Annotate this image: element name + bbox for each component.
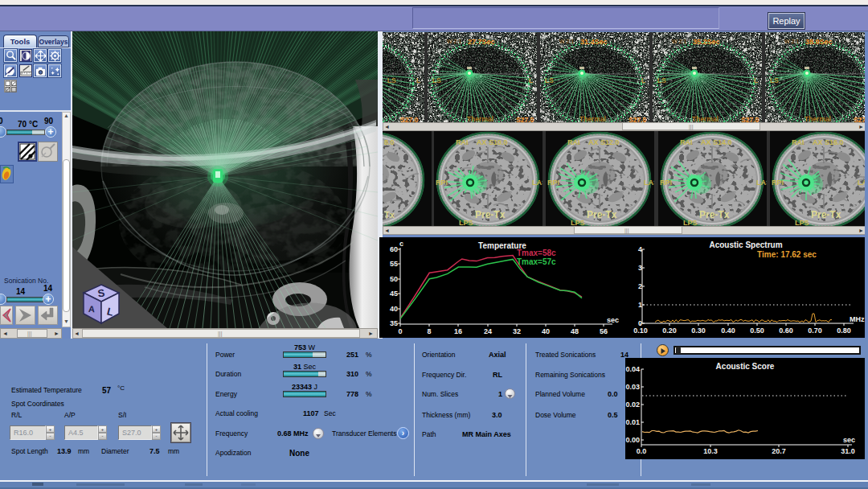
svg-text:45: 45	[390, 290, 398, 298]
svg-text:AX S10.0: AX S10.0	[477, 138, 508, 146]
svg-text:Acoustic Score: Acoustic Score	[716, 362, 775, 371]
svg-text:AX S14.0: AX S14.0	[701, 138, 732, 146]
svg-text:W 2:1: W 2:1	[447, 39, 461, 44]
svg-text:LS: LS	[657, 76, 666, 84]
svg-text:W 2:1: W 2:1	[559, 39, 574, 44]
svg-text:Pre-Tx: Pre-Tx	[587, 209, 617, 220]
svg-text:W 2:1: W 2:1	[672, 39, 686, 44]
svg-text:LS: LS	[432, 76, 441, 84]
svg-text:Pre-Tx: Pre-Tx	[475, 209, 506, 220]
svg-text:AX S12.0: AX S12.0	[588, 138, 620, 146]
svg-text:0.60: 0.60	[779, 327, 793, 335]
svg-text:0.20: 0.20	[662, 327, 677, 335]
svg-text:0: 0	[398, 327, 402, 335]
svg-text:sec: sec	[607, 316, 619, 324]
svg-text:8: 8	[427, 327, 431, 335]
svg-text:S27.0: S27.0	[400, 116, 418, 122]
svg-text:W 2:1: W 2:1	[784, 39, 799, 44]
svg-text:RAI: RAI	[567, 138, 580, 146]
svg-text:40: 40	[390, 305, 398, 313]
svg-text:RAI: RAI	[680, 138, 693, 146]
svg-text:56: 56	[600, 327, 608, 335]
svg-text:Thermal: Thermal	[805, 115, 831, 122]
svg-text:0.70: 0.70	[808, 327, 822, 335]
svg-text:31.0: 31.0	[841, 447, 855, 455]
svg-text:MHz: MHz	[850, 315, 865, 323]
svg-text:4: 4	[638, 245, 642, 253]
svg-text:8.0: 8.0	[384, 138, 395, 146]
svg-text:LS: LS	[545, 76, 554, 84]
svg-text:L: L	[754, 76, 758, 84]
svg-text:c: c	[399, 240, 403, 248]
svg-text:10.3: 10.3	[703, 447, 718, 455]
svg-text:0.04: 0.04	[625, 365, 640, 373]
svg-text:S27.0: S27.0	[628, 116, 646, 122]
svg-text:Time: 17.62 sec: Time: 17.62 sec	[757, 250, 817, 259]
svg-text:LPS: LPS	[795, 219, 809, 226]
svg-text:27.7Sec: 27.7Sec	[468, 38, 495, 46]
svg-text:0.30: 0.30	[691, 327, 706, 335]
svg-text:40: 40	[542, 327, 550, 335]
svg-text:55: 55	[390, 260, 398, 268]
svg-text:Tmax=57c: Tmax=57c	[517, 257, 556, 266]
svg-text:L: L	[641, 76, 645, 84]
svg-text:RPI: RPI	[660, 179, 672, 187]
svg-text:1: 1	[638, 301, 642, 309]
svg-text:Pre-Tx: Pre-Tx	[811, 209, 841, 220]
svg-text:RAI: RAI	[456, 138, 469, 146]
svg-text:32: 32	[513, 327, 521, 335]
svg-text:0.40: 0.40	[721, 327, 735, 335]
svg-text:Acoustic Spectrum: Acoustic Spectrum	[709, 240, 782, 249]
svg-text:S27.0: S27.0	[516, 116, 534, 122]
svg-text:Tmax=58c: Tmax=58c	[517, 249, 556, 257]
svg-text:0.01: 0.01	[625, 418, 640, 426]
svg-text:0.0: 0.0	[637, 447, 647, 455]
svg-text:0.10: 0.10	[633, 327, 648, 335]
svg-text:A: A	[88, 304, 96, 314]
svg-text:RPI: RPI	[547, 179, 559, 187]
svg-text:RPI: RPI	[436, 179, 448, 187]
svg-text:RAI: RAI	[792, 138, 805, 146]
svg-text:LS: LS	[387, 76, 396, 84]
svg-text:sec: sec	[843, 436, 855, 444]
svg-text:L: L	[416, 76, 420, 84]
svg-text:48: 48	[571, 327, 579, 335]
svg-text:0.03: 0.03	[625, 383, 640, 391]
svg-text:Pre-Tx: Pre-Tx	[699, 209, 730, 220]
svg-text:24: 24	[484, 327, 492, 335]
svg-text:16: 16	[454, 327, 462, 335]
svg-text:35: 35	[390, 319, 398, 327]
svg-text:S27.0: S27.0	[741, 116, 759, 122]
svg-text:50: 50	[390, 275, 398, 283]
svg-text:L: L	[529, 76, 533, 84]
svg-text:3: 3	[638, 264, 642, 272]
svg-text:LPS: LPS	[459, 219, 473, 226]
svg-text:Tx: Tx	[384, 210, 395, 220]
svg-text:Thermal: Thermal	[579, 115, 606, 122]
svg-text:60: 60	[390, 245, 398, 253]
svg-text:RPI: RPI	[772, 179, 784, 187]
svg-text:31.4Sec: 31.4Sec	[580, 38, 608, 46]
svg-text:0.80: 0.80	[837, 327, 851, 335]
svg-text:LS: LS	[770, 76, 779, 84]
svg-text:2: 2	[638, 282, 642, 290]
svg-text:0.50: 0.50	[750, 327, 764, 335]
svg-text:LPS: LPS	[571, 219, 585, 226]
svg-text:20.7: 20.7	[772, 447, 786, 455]
svg-text:Thermal: Thermal	[692, 115, 719, 122]
svg-text:35.2Sec: 35.2Sec	[693, 38, 720, 46]
svg-text:0.02: 0.02	[625, 401, 640, 409]
svg-text:Thermal: Thermal	[467, 115, 493, 122]
svg-text:LPS: LPS	[683, 219, 698, 226]
svg-text:0.00: 0.00	[625, 436, 640, 444]
svg-text:AX S16.0: AX S16.0	[813, 138, 844, 146]
svg-text:38.9Sec: 38.9Sec	[805, 38, 833, 46]
